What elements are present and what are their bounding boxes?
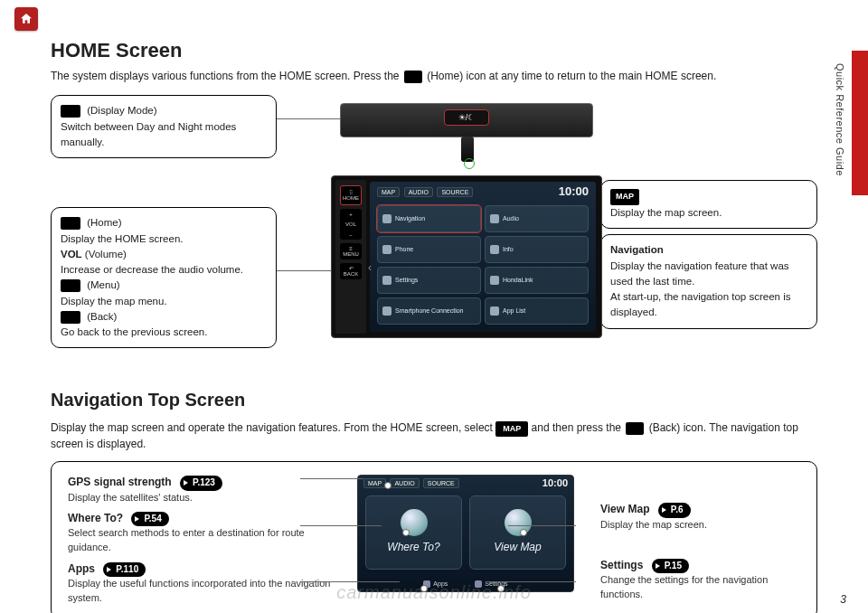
side-label: Quick Reference Guide xyxy=(832,63,846,176)
tile-info: Info xyxy=(485,236,589,263)
home-icon xyxy=(404,71,422,83)
viewmap-desc: Display the map screen. xyxy=(600,518,800,533)
callout-side-buttons: (Home) Display the HOME screen. VOL (Vol… xyxy=(51,207,277,348)
nav-tab-source: SOURCE xyxy=(423,478,459,488)
tile-navigation: Navigation xyxy=(377,205,481,232)
back-icon xyxy=(626,422,644,435)
display-mode-label: (Display Mode) xyxy=(87,105,156,116)
entry-apps: Apps P.110 Display the useful functions … xyxy=(68,561,344,606)
nav-clock: 10:00 xyxy=(542,476,568,491)
device-topbar: ☀/☾ xyxy=(340,103,593,137)
gps-title: GPS signal strength xyxy=(68,475,172,490)
tab-audio: AUDIO xyxy=(404,187,433,197)
tile-phone: Phone xyxy=(377,236,481,263)
intro-text-a: The system displays various functions fr… xyxy=(51,70,402,82)
side-button-strip: ⠿HOME +VOL− ≡MENU ↶BACK xyxy=(335,180,366,334)
clock: 10:00 xyxy=(559,184,589,201)
page-ref: P.6 xyxy=(658,503,691,518)
connector-dot xyxy=(520,529,527,536)
screen-topbar: MAP AUDIO SOURCE 10:00 xyxy=(370,182,596,202)
connector xyxy=(300,478,363,479)
page-ref: P.110 xyxy=(103,562,146,578)
back-btn-desc: Go back to the previous screen. xyxy=(61,325,267,340)
connector xyxy=(277,270,333,271)
section-tab xyxy=(852,51,868,195)
page-ref: P.15 xyxy=(652,559,689,574)
tile-where-to: Where To? xyxy=(365,495,462,570)
apps-desc: Display the useful functions incorporate… xyxy=(68,577,339,606)
page-ref: P.54 xyxy=(131,512,168,527)
entry-viewmap: View Map P.6 Display the map screen. xyxy=(600,502,800,532)
map-button-inline: MAP xyxy=(495,421,528,437)
tile-smartphone: Smartphone Connection xyxy=(377,297,481,325)
section2-intro: Display the map screen and operate the n… xyxy=(51,420,817,452)
section1-intro: The system displays various functions fr… xyxy=(51,69,817,84)
map-desc: Display the map screen. xyxy=(610,207,722,218)
menu-btn-desc: Display the map menu. xyxy=(61,294,267,309)
whereto-title: Where To? xyxy=(68,511,123,526)
home-btn-label: (Home) xyxy=(87,217,121,228)
back-btn-label: (Back) xyxy=(87,311,117,322)
nav-top-screen: MAP AUDIO SOURCE 10:00 Where To? xyxy=(357,475,574,592)
device-illustration: ☀/☾ ⠿HOME +VOL− ≡MENU ↶BACK MAP AUDIO S xyxy=(331,90,602,361)
left-entries: GPS signal strength P.123 Display the sa… xyxy=(68,475,353,606)
callout-map: MAP Display the map screen. xyxy=(600,180,817,229)
section1-title: HOME Screen xyxy=(51,36,817,65)
settings-title: Settings xyxy=(600,558,643,573)
chevron-left-icon: ‹ xyxy=(368,260,372,276)
callout-display-mode: (Display Mode) Switch between Day and Ni… xyxy=(51,95,277,158)
map-badge: MAP xyxy=(610,189,639,205)
tile-audio: Audio xyxy=(485,205,589,232)
head-unit: ⠿HOME +VOL− ≡MENU ↶BACK MAP AUDIO SOURCE… xyxy=(331,175,602,338)
nav-tab-audio: AUDIO xyxy=(390,478,419,488)
connector-dot xyxy=(497,585,505,592)
side-back-button: ↶BACK xyxy=(340,263,362,279)
home-btn-desc: Display the HOME screen. xyxy=(61,231,267,247)
power-icon xyxy=(464,158,475,169)
home-screen-display: MAP AUDIO SOURCE 10:00 ‹ Navigation Audi… xyxy=(370,182,596,332)
nav-title: Navigation xyxy=(610,242,807,258)
connector-dot xyxy=(420,585,428,592)
connector xyxy=(486,581,576,582)
display-mode-desc: Switch between Day and Night modes manua… xyxy=(61,121,236,147)
home-corner-icon xyxy=(14,7,38,31)
viewmap-title: View Map xyxy=(600,502,649,517)
home-grid: ‹ Navigation Audio Phone Info Settings H… xyxy=(370,202,596,332)
section2-title: Navigation Top Screen xyxy=(51,387,817,413)
page-content: HOME Screen The system displays various … xyxy=(51,36,817,586)
page-number: 3 xyxy=(840,592,846,608)
section1-figure: (Display Mode) Switch between Day and Ni… xyxy=(51,90,817,365)
nav-desc1: Display the navigation feature that was … xyxy=(610,259,807,290)
connector-dot xyxy=(402,529,410,536)
s2-intro-b: and then press the xyxy=(532,421,625,434)
nav-desc2: At start-up, the navigation top screen i… xyxy=(610,289,807,321)
menu-btn-label: (Menu) xyxy=(87,279,119,290)
entry-whereto: Where To? P.54 Select search methods to … xyxy=(68,511,344,555)
entry-gps: GPS signal strength P.123 Display the sa… xyxy=(68,475,344,505)
tab-source: SOURCE xyxy=(437,187,473,197)
connector xyxy=(300,581,400,582)
connector-dot xyxy=(384,482,392,489)
pin-icon xyxy=(505,509,532,536)
s2-intro-a: Display the map screen and operate the n… xyxy=(51,421,495,434)
vol-desc: Increase or decrease the audio volume. xyxy=(61,262,267,278)
entry-settings: Settings P.15 Change the settings for th… xyxy=(600,558,800,602)
section2-frame: GPS signal strength P.123 Display the sa… xyxy=(51,461,817,613)
nav-tab-map: MAP xyxy=(363,478,386,488)
side-home-button: ⠿HOME xyxy=(340,185,362,205)
settings-desc: Change the settings for the navigation f… xyxy=(600,573,800,602)
tab-map: MAP xyxy=(377,187,400,197)
connector xyxy=(508,525,576,526)
intro-text-b: (Home) icon at any time to return to the… xyxy=(427,70,716,82)
whereto-desc: Select search methods to enter a destina… xyxy=(68,526,339,555)
nav-screen-column: MAP AUDIO SOURCE 10:00 Where To? xyxy=(353,475,579,606)
gps-desc: Display the satellites' status. xyxy=(68,491,339,505)
vol-label: VOL xyxy=(61,249,82,259)
tile-view-map: View Map xyxy=(469,495,566,570)
side-menu-button: ≡MENU xyxy=(340,243,362,259)
home-btn-icon xyxy=(61,217,80,230)
side-vol-button: +VOL− xyxy=(340,209,362,240)
tile-settings: Settings xyxy=(377,267,481,294)
vol-sub: (Volume) xyxy=(85,249,127,259)
display-mode-button: ☀/☾ xyxy=(444,109,489,126)
